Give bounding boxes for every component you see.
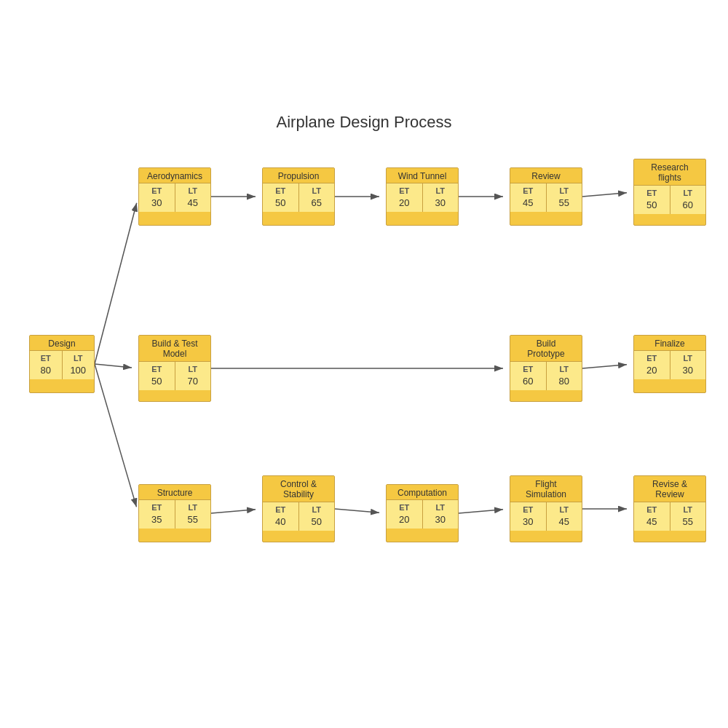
lt-value-structure: 55 — [175, 513, 211, 527]
node-buildtest: Build & TestModelET50LT70 — [138, 335, 211, 402]
et-label-windtunnel: ET — [387, 185, 422, 197]
node-revisereview: Revise &ReviewET45LT55 — [633, 475, 706, 542]
node-windtunnel: Wind TunnelET20LT30 — [386, 167, 459, 226]
et-value-propulsion: 50 — [263, 197, 298, 210]
et-value-buildproto: 60 — [510, 375, 546, 389]
lt-value-review: 55 — [547, 197, 582, 210]
lt-value-revisereview: 55 — [670, 515, 706, 529]
et-value-finalize: 20 — [634, 364, 670, 378]
et-label-controlstab: ET — [263, 504, 298, 515]
node-resflights: ResearchflightsET50LT60 — [633, 159, 706, 226]
node-title-buildproto: BuildPrototype — [510, 336, 582, 362]
node-title-structure: Structure — [139, 485, 210, 500]
svg-line-8 — [211, 510, 256, 513]
page-title: Airplane Design Process — [0, 113, 728, 132]
et-label-propulsion: ET — [263, 185, 298, 197]
et-label-computation: ET — [387, 502, 422, 513]
et-label-flightsim: ET — [510, 504, 546, 515]
arrows-svg — [0, 0, 728, 728]
node-structure: StructureET35LT55 — [138, 484, 211, 542]
et-label-design: ET — [30, 352, 62, 364]
et-value-structure: 35 — [139, 513, 175, 527]
node-controlstab: Control &StabilityET40LT50 — [262, 475, 335, 542]
node-title-flightsim: FlightSimulation — [510, 476, 582, 502]
node-title-buildtest: Build & TestModel — [139, 336, 210, 362]
et-label-revisereview: ET — [634, 504, 670, 515]
node-aerodynamics: AerodynamicsET30LT45 — [138, 167, 211, 226]
et-label-buildproto: ET — [510, 363, 546, 375]
node-finalize: FinalizeET20LT30 — [633, 335, 706, 393]
svg-line-1 — [95, 364, 132, 368]
et-value-flightsim: 30 — [510, 515, 546, 529]
lt-label-flightsim: LT — [547, 504, 582, 515]
et-value-review: 45 — [510, 197, 546, 210]
node-propulsion: PropulsionET50LT65 — [262, 167, 335, 226]
svg-line-9 — [335, 509, 379, 513]
lt-value-propulsion: 65 — [299, 197, 335, 210]
et-value-buildtest: 50 — [139, 375, 175, 389]
et-value-aerodynamics: 30 — [139, 197, 175, 210]
node-review: ReviewET45LT55 — [510, 167, 582, 226]
lt-value-buildtest: 70 — [175, 375, 211, 389]
node-computation: ComputationET20LT30 — [386, 484, 459, 542]
node-title-design: Design — [30, 336, 94, 351]
lt-value-aerodynamics: 45 — [175, 197, 211, 210]
node-title-review: Review — [510, 168, 582, 183]
lt-label-structure: LT — [175, 502, 211, 513]
node-title-aerodynamics: Aerodynamics — [139, 168, 210, 183]
lt-value-finalize: 30 — [670, 364, 706, 378]
lt-label-windtunnel: LT — [423, 185, 459, 197]
node-title-computation: Computation — [387, 485, 458, 500]
et-value-windtunnel: 20 — [387, 197, 422, 210]
et-label-finalize: ET — [634, 352, 670, 364]
et-value-computation: 20 — [387, 513, 422, 527]
lt-label-controlstab: LT — [299, 504, 335, 515]
et-label-resflights: ET — [634, 187, 670, 199]
lt-label-buildproto: LT — [547, 363, 582, 375]
node-title-finalize: Finalize — [634, 336, 705, 351]
node-title-propulsion: Propulsion — [263, 168, 334, 183]
lt-value-flightsim: 45 — [547, 515, 582, 529]
lt-label-propulsion: LT — [299, 185, 335, 197]
lt-value-windtunnel: 30 — [423, 197, 459, 210]
lt-label-revisereview: LT — [670, 504, 706, 515]
et-label-aerodynamics: ET — [139, 185, 175, 197]
et-value-revisereview: 45 — [634, 515, 670, 529]
lt-value-resflights: 60 — [670, 199, 706, 213]
lt-value-design: 100 — [63, 364, 95, 378]
lt-label-computation: LT — [423, 502, 459, 513]
lt-label-design: LT — [63, 352, 95, 364]
node-buildproto: BuildPrototypeET60LT80 — [510, 335, 582, 402]
lt-value-computation: 30 — [423, 513, 459, 527]
lt-label-buildtest: LT — [175, 363, 211, 375]
svg-line-7 — [582, 365, 627, 368]
et-label-structure: ET — [139, 502, 175, 513]
lt-label-finalize: LT — [670, 352, 706, 364]
lt-label-review: LT — [547, 185, 582, 197]
et-value-controlstab: 40 — [263, 515, 298, 529]
svg-line-5 — [582, 193, 627, 197]
svg-line-10 — [459, 510, 503, 513]
lt-value-controlstab: 50 — [299, 515, 335, 529]
lt-label-resflights: LT — [670, 187, 706, 199]
node-title-revisereview: Revise &Review — [634, 476, 705, 502]
node-flightsim: FlightSimulationET30LT45 — [510, 475, 582, 542]
et-value-design: 80 — [30, 364, 62, 378]
et-label-buildtest: ET — [139, 363, 175, 375]
et-label-review: ET — [510, 185, 546, 197]
node-design: DesignET80LT100 — [29, 335, 95, 393]
node-title-windtunnel: Wind Tunnel — [387, 168, 458, 183]
et-value-resflights: 50 — [634, 199, 670, 213]
node-title-resflights: Researchflights — [634, 159, 705, 186]
node-title-controlstab: Control &Stability — [263, 476, 334, 502]
lt-label-aerodynamics: LT — [175, 185, 211, 197]
lt-value-buildproto: 80 — [547, 375, 582, 389]
